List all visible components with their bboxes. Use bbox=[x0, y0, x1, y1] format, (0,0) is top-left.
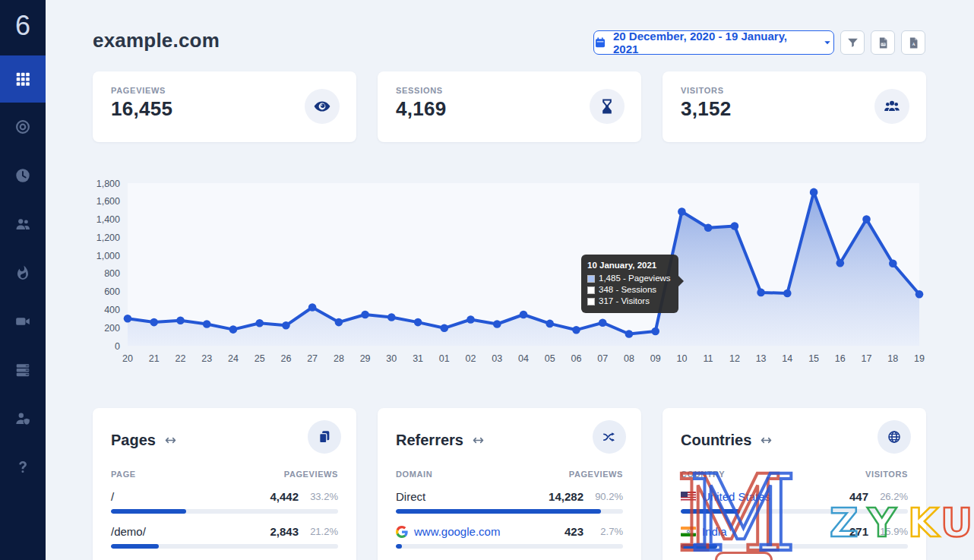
progress-fill bbox=[681, 544, 717, 549]
tooltip-entry: 317 - Visitors bbox=[587, 296, 672, 307]
data-point[interactable] bbox=[678, 207, 686, 216]
data-point[interactable] bbox=[915, 290, 924, 299]
left-right-arrow-icon[interactable] bbox=[164, 434, 177, 447]
date-range-label: 20 December, 2020 - 19 January, 2021 bbox=[613, 30, 814, 55]
stat-label: VISITORS bbox=[681, 86, 908, 95]
data-point[interactable] bbox=[731, 222, 739, 230]
people-group-icon bbox=[874, 89, 909, 124]
csv-file-icon: CSV bbox=[877, 36, 890, 49]
data-point[interactable] bbox=[229, 325, 238, 334]
row-link[interactable]: India bbox=[681, 525, 727, 538]
x-tick-label: 06 bbox=[571, 353, 582, 364]
in-flag-icon bbox=[681, 527, 696, 536]
data-point[interactable] bbox=[836, 259, 845, 267]
row-percent: 15.9% bbox=[868, 526, 908, 537]
data-point[interactable] bbox=[625, 330, 634, 338]
copy-pages-icon-button[interactable] bbox=[308, 420, 341, 454]
tooltip-text: 317 - Visitors bbox=[599, 296, 650, 307]
data-point[interactable] bbox=[255, 319, 264, 327]
sidebar-item-audience[interactable] bbox=[0, 200, 46, 248]
data-point[interactable] bbox=[150, 318, 158, 327]
data-point[interactable] bbox=[704, 224, 713, 233]
eye-icon bbox=[305, 89, 340, 124]
table-header: DOMAINPAGEVIEWS bbox=[396, 470, 623, 479]
progress-fill bbox=[681, 509, 740, 514]
data-point[interactable] bbox=[810, 188, 818, 197]
x-tick-label: 29 bbox=[360, 353, 371, 364]
card-countries: CountriesCOUNTRYVISITORSUnited States447… bbox=[663, 408, 926, 560]
tooltip-swatch bbox=[587, 286, 595, 294]
data-point[interactable] bbox=[414, 318, 422, 327]
y-tick-label: 600 bbox=[104, 286, 120, 297]
sidebar-item-realtime[interactable] bbox=[0, 151, 46, 200]
data-point[interactable] bbox=[308, 303, 317, 312]
tooltip-swatch bbox=[587, 275, 595, 283]
tooltip-rows: 1,485 - Pageviews348 - Sessions317 - Vis… bbox=[587, 273, 672, 307]
data-point[interactable] bbox=[572, 326, 580, 334]
x-tick-label: 19 bbox=[914, 353, 925, 364]
x-tick-label: 14 bbox=[782, 353, 792, 364]
y-tick-label: 1,400 bbox=[96, 214, 120, 225]
row-percent: 26.2% bbox=[868, 491, 908, 502]
table-row: United States44726.2% bbox=[681, 490, 908, 514]
filter-button[interactable] bbox=[840, 30, 865, 55]
data-point[interactable] bbox=[889, 260, 897, 268]
sidebar-item-heatmaps[interactable] bbox=[0, 248, 46, 297]
x-tick-label: 03 bbox=[492, 353, 502, 364]
data-point[interactable] bbox=[783, 289, 792, 298]
row-link[interactable]: United States bbox=[681, 490, 770, 503]
sidebar-item-servers[interactable] bbox=[0, 346, 46, 394]
row-main: India27115.9% bbox=[681, 525, 908, 538]
sidebar-item-dashboard[interactable] bbox=[0, 55, 46, 103]
row-value: 271 bbox=[849, 525, 868, 538]
row-value: 4,442 bbox=[270, 490, 299, 503]
x-tick-label: 10 bbox=[676, 353, 687, 364]
row-percent: 2.7% bbox=[583, 526, 623, 537]
grid-icon bbox=[14, 71, 31, 87]
data-point[interactable] bbox=[757, 289, 765, 297]
data-point[interactable] bbox=[124, 315, 132, 323]
globe-icon-button[interactable] bbox=[878, 420, 911, 454]
date-range-picker[interactable]: 20 December, 2020 - 19 January, 2021 bbox=[593, 30, 834, 55]
export-csv-button[interactable]: CSV bbox=[871, 30, 895, 55]
left-right-arrow-icon[interactable] bbox=[760, 434, 773, 447]
tooltip-entry: 348 - Sessions bbox=[587, 284, 672, 296]
shuffle-icon-button[interactable] bbox=[593, 420, 626, 454]
tooltip-text: 348 - Sessions bbox=[599, 284, 656, 296]
data-point[interactable] bbox=[335, 318, 343, 327]
data-point[interactable] bbox=[599, 318, 607, 327]
data-point[interactable] bbox=[176, 316, 185, 324]
left-right-arrow-icon[interactable] bbox=[472, 434, 485, 447]
data-point[interactable] bbox=[441, 324, 449, 333]
app-logo[interactable]: 6 bbox=[0, 6, 46, 46]
x-tick-label: 04 bbox=[518, 353, 529, 364]
data-point[interactable] bbox=[493, 320, 501, 328]
x-tick-label: 18 bbox=[887, 353, 898, 364]
data-point[interactable] bbox=[282, 321, 290, 330]
row-percent: 33.2% bbox=[299, 491, 338, 502]
data-point[interactable] bbox=[466, 315, 475, 324]
data-point[interactable] bbox=[546, 320, 554, 328]
traffic-chart-svg[interactable]: 02004006008001,0001,2001,4001,6001,80020… bbox=[93, 173, 936, 372]
sidebar-item-privacy[interactable] bbox=[0, 394, 46, 443]
row-percent: 90.2% bbox=[583, 491, 623, 502]
data-point[interactable] bbox=[651, 327, 659, 336]
data-point[interactable] bbox=[361, 311, 369, 319]
row-label: Direct bbox=[396, 490, 425, 503]
sidebar-item-recordings[interactable] bbox=[0, 297, 46, 346]
table-header: PAGEPAGEVIEWS bbox=[111, 470, 338, 479]
sidebar-item-goals[interactable] bbox=[0, 103, 46, 151]
data-point[interactable] bbox=[203, 320, 211, 328]
analytics-dashboard: { "app": { "logo": "6" }, "sidebar": { "… bbox=[0, 0, 974, 560]
data-point[interactable] bbox=[520, 311, 528, 319]
data-point[interactable] bbox=[862, 215, 871, 223]
row-link[interactable]: www.google.com bbox=[396, 525, 500, 538]
traffic-chart[interactable]: 02004006008001,0001,2001,4001,6001,80020… bbox=[93, 173, 936, 372]
export-pdf-button[interactable]: A bbox=[901, 30, 925, 55]
stat-value: 4,169 bbox=[396, 97, 623, 121]
sidebar-item-help[interactable] bbox=[0, 443, 46, 492]
table-row: /demo/2,84321.2% bbox=[111, 525, 338, 549]
tooltip-arrow bbox=[678, 276, 689, 286]
x-tick-label: 05 bbox=[545, 353, 555, 364]
data-point[interactable] bbox=[387, 313, 396, 321]
